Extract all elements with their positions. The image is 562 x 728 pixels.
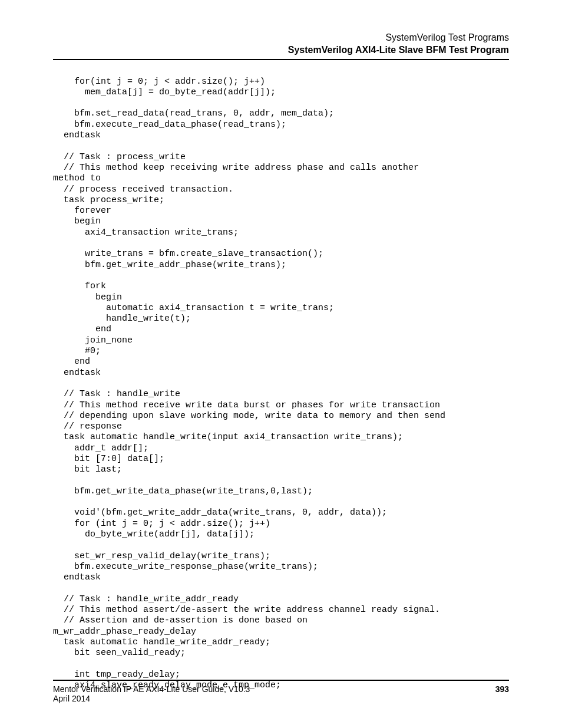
header-chapter: SystemVerilog Test Programs [53,32,509,44]
page-number: 393 [495,684,509,703]
code-block: for(int j = 0; j < addr.size(); j++) mem… [53,77,509,691]
page-header: SystemVerilog Test Programs SystemVerilo… [53,32,509,60]
document-page: SystemVerilog Test Programs SystemVerilo… [0,0,562,691]
footer-left: Mentor Verification IP AE AXI4-Lite User… [53,684,250,703]
header-section: SystemVerilog AXI4-Lite Slave BFM Test P… [53,44,509,57]
page-footer: Mentor Verification IP AE AXI4-Lite User… [53,680,509,703]
footer-date: April 2014 [53,694,250,703]
footer-title: Mentor Verification IP AE AXI4-Lite User… [53,684,250,694]
